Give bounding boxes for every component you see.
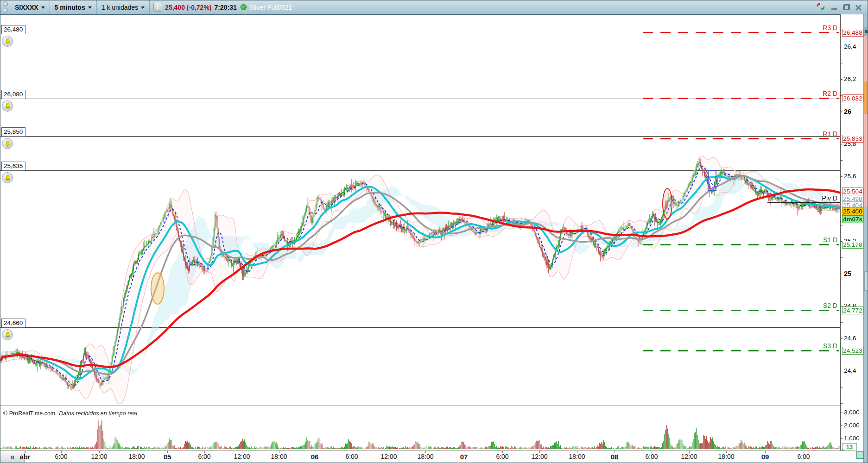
- alert-price-label[interactable]: 26,080: [1, 90, 25, 99]
- session-time: 7:20:31: [215, 4, 237, 11]
- level-price-box: 26,488: [842, 29, 863, 37]
- current-price-box: 25,400: [842, 207, 863, 215]
- units-label: 1 k unidades: [101, 4, 138, 11]
- connection-status-icon: [241, 4, 247, 10]
- units-selector[interactable]: 1 k unidades: [97, 0, 149, 14]
- pivot-label-R1-D: R1 D: [770, 130, 837, 138]
- volume-tick: [841, 413, 843, 413]
- timeframe-selector[interactable]: 5 minutos: [50, 0, 96, 14]
- time-label: 18:00: [271, 453, 287, 460]
- last-price-change: 25,400 (-0,72%): [165, 4, 211, 11]
- price-minor-tick: [841, 144, 843, 144]
- price-minor-tick: [841, 403, 843, 404]
- pivot-line-S1-D: [643, 244, 839, 245]
- price-minor-tick: [841, 257, 843, 258]
- price-minor-tick: [841, 176, 843, 177]
- chart-top-border: [0, 14, 863, 15]
- pivot-line-S3-D: [643, 350, 839, 351]
- pivot-line-Piv-D: [767, 202, 840, 203]
- time-label: 12:00: [91, 453, 107, 460]
- price-minor-tick: [841, 387, 843, 388]
- alert-price-label[interactable]: 25,850: [1, 127, 25, 137]
- price-minor-tick: [841, 63, 843, 63]
- price-minor-tick: [841, 128, 843, 128]
- level-price-box: 24,772: [842, 307, 863, 314]
- drawing-ellipse-annotation[interactable]: [662, 188, 672, 219]
- volume-tick-label: 1.000: [844, 435, 860, 442]
- timeframe-label: 5 minutos: [55, 4, 85, 11]
- alert-bell-icon[interactable]: [2, 36, 13, 47]
- instrument-selector[interactable]: SIXXXX: [10, 0, 50, 14]
- alert-zone-scrollbar: [863, 14, 868, 463]
- info-icon[interactable]: i: [153, 3, 162, 12]
- pivot-label-S2-D: S2 D: [770, 302, 837, 309]
- volume-tick-label: 2.000: [844, 422, 860, 429]
- price-tick-label: 26: [844, 108, 851, 115]
- price-tick-label: 26,2: [844, 75, 856, 82]
- time-label: 6:00: [496, 453, 508, 460]
- time-label: 12:00: [531, 453, 547, 460]
- zone-segment: [864, 114, 868, 206]
- copyright-line: © ProRealTime.comDatos recibidos en tiem…: [3, 410, 137, 417]
- time-label: 6:00: [645, 453, 658, 460]
- alert-price-label[interactable]: 24,660: [1, 319, 25, 328]
- corner-indicator-icon[interactable]: [856, 451, 864, 459]
- level-price-box: 25,833: [842, 135, 863, 143]
- candle-countdown-box: 4m07s: [842, 215, 863, 223]
- alert-price-label[interactable]: 26,480: [1, 25, 25, 34]
- pane-divider[interactable]: [0, 406, 863, 406]
- feed-status: Datos recibidos en tiempo real: [59, 410, 137, 417]
- alert-bell-icon[interactable]: [2, 329, 13, 340]
- price-minor-tick: [841, 79, 843, 80]
- window-grip[interactable]: [0, 0, 10, 14]
- price-minor-tick: [841, 225, 843, 225]
- day-label: 09: [761, 453, 769, 461]
- alert-bell-icon[interactable]: [2, 172, 13, 183]
- prorealtime-window: SIXXXX 5 minutos 1 k unidades i 25,400 (…: [0, 0, 868, 463]
- volume-tick: [841, 425, 843, 426]
- volume-tick: [841, 438, 843, 439]
- alert-bell-icon[interactable]: [2, 100, 13, 112]
- instrument-name: Silver Full0521: [249, 4, 292, 11]
- price-minor-tick: [841, 47, 843, 47]
- refresh-icon[interactable]: [816, 2, 826, 13]
- price-minor-tick: [841, 112, 843, 112]
- alert-price-label[interactable]: 25,635: [1, 162, 25, 171]
- time-axis[interactable]: « abr6:0012:0018:00056:0012:0018:00066:0…: [0, 450, 855, 463]
- price-minor-tick: [841, 160, 843, 161]
- close-button[interactable]: [855, 4, 862, 11]
- alert-bell-icon[interactable]: [2, 138, 13, 149]
- pivot-line-S2-D: [643, 310, 839, 311]
- price-axis[interactable]: 26,426,22625,825,625,425,22524,824,624,4…: [840, 14, 864, 450]
- scrollbar-thumb[interactable]: [864, 271, 868, 291]
- pivot-line-R1-D: [643, 138, 839, 139]
- pivot-line-R3-D: [643, 32, 839, 33]
- strip-separator: [864, 436, 868, 436]
- price-minor-tick: [841, 290, 843, 290]
- pivot-label-S1-D: S1 D: [770, 236, 837, 244]
- level-price-box: 25,178: [842, 241, 863, 249]
- zone-segment: [864, 81, 868, 114]
- time-label: 18:00: [128, 453, 145, 460]
- restore-button[interactable]: [843, 4, 850, 11]
- day-label: abr: [19, 453, 30, 461]
- time-label: 18:00: [718, 453, 734, 460]
- chevron-down-icon: [88, 6, 92, 9]
- pin-icon[interactable]: [864, 27, 868, 36]
- strip-separator: [864, 267, 868, 267]
- chart-area: 26,48026,08025,85025,63524,660R3 DR2 DR1…: [0, 14, 840, 450]
- level-price-box: 24,523: [842, 347, 863, 355]
- minimize-button[interactable]: [830, 4, 838, 11]
- pivot-label-S3-D: S3 D: [770, 342, 837, 350]
- price-minor-tick: [841, 338, 843, 339]
- price-tick-label: 24,6: [844, 335, 856, 342]
- zone-segment: [864, 36, 868, 81]
- drawing-rect-annotation[interactable]: [708, 170, 716, 191]
- time-label: 18:00: [417, 453, 433, 460]
- drawing-ellipse-annotation[interactable]: [151, 272, 165, 305]
- time-label: 12:00: [380, 453, 397, 460]
- price-tick-label: 25,6: [844, 173, 856, 180]
- pivot-label-R3-D: R3 D: [770, 24, 837, 31]
- time-label: 12:00: [681, 453, 697, 460]
- chevron-down-icon: [141, 6, 145, 9]
